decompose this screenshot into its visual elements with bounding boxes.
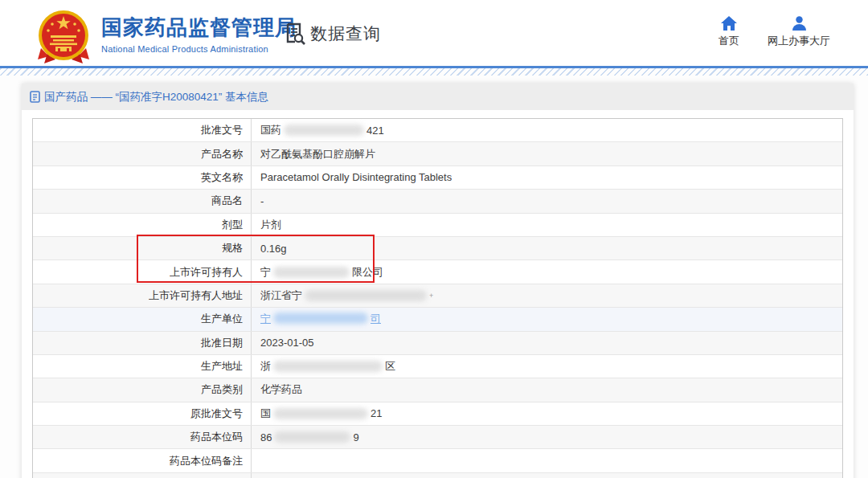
- value-text: +: [429, 292, 433, 300]
- field-label: 规格: [33, 237, 252, 259]
- nav-online-service-hall[interactable]: 网上办事大厅: [762, 16, 836, 48]
- field-label: [33, 473, 252, 478]
- site-header: 国家药品监督管理局 National Medical Products Admi…: [0, 0, 868, 66]
- table-row: 上市许可持有人地址浙江省宁+: [33, 284, 842, 308]
- nav-hall-label: 网上办事大厅: [768, 34, 830, 48]
- field-value: 国药421: [252, 119, 842, 141]
- table-row: 生产单位宁司: [33, 308, 842, 331]
- field-label: 药品本位码: [33, 426, 252, 448]
- org-name-cn: 国家药品监督管理局: [101, 14, 297, 42]
- nav-home-label: 首页: [719, 34, 739, 48]
- info-table: 批准文号国药421产品名称对乙酰氨基酚口腔崩解片英文名称Paracetamol …: [32, 118, 843, 478]
- field-label: 批准日期: [33, 332, 252, 354]
- redaction-blur: [305, 290, 427, 301]
- field-label: 英文名称: [33, 166, 252, 189]
- table-row: 规格0.16g: [33, 237, 842, 260]
- table-row: 剂型片剂: [33, 214, 842, 237]
- field-value: 国21: [252, 402, 842, 425]
- table-row: 原批准文号国21: [33, 402, 842, 426]
- panel-titlebar: 国产药品 —— “国药准字H20080421” 基本信息: [22, 84, 854, 110]
- table-row: 生产地址浙区: [33, 355, 842, 378]
- value-text: 浙: [260, 359, 271, 374]
- field-label: 上市许可持有人: [33, 260, 252, 283]
- table-row: 产品名称对乙酰氨基酚口腔崩解片: [33, 142, 842, 165]
- header-hatch-stripe: [0, 68, 868, 76]
- data-query-tab[interactable]: 数据查询: [285, 22, 381, 45]
- manufacturer-link[interactable]: 宁司: [260, 312, 381, 326]
- value-text: 区: [385, 359, 395, 374]
- nmpa-emblem-logo[interactable]: [36, 8, 91, 66]
- value-text: 对乙酰氨基酚口腔崩解片: [260, 147, 375, 161]
- field-label: 批准文号: [33, 119, 252, 141]
- value-text: 2023-01-05: [260, 337, 314, 349]
- redaction-blur: [273, 408, 368, 419]
- value-text: 21: [371, 407, 382, 419]
- field-value: 浙区: [252, 355, 842, 378]
- field-label: 产品类别: [33, 378, 252, 401]
- value-text: 421: [366, 125, 384, 137]
- value-text: 浙江省宁: [260, 288, 302, 303]
- field-label: 生产地址: [33, 355, 252, 378]
- field-value: 宁司: [252, 308, 842, 330]
- field-value: 浙江省宁+: [252, 284, 842, 307]
- table-row: 商品名-: [33, 190, 842, 213]
- value-text: 化学药品: [260, 382, 302, 397]
- field-value: [252, 473, 842, 478]
- table-row: 英文名称Paracetamol Orally Disintegrating Ta…: [33, 166, 842, 190]
- field-value: 化学药品: [252, 378, 842, 401]
- document-search-icon: [285, 22, 306, 45]
- data-query-label: 数据查询: [310, 22, 381, 45]
- redaction-blur: [273, 361, 383, 372]
- value-text: 宁: [260, 313, 271, 325]
- table-row: 药品本位码备注: [33, 449, 842, 472]
- redaction-blur: [273, 313, 368, 324]
- user-icon: [792, 16, 807, 31]
- table-row: 上市许可持有人宁限公司: [33, 260, 842, 284]
- value-text: 9: [353, 431, 358, 443]
- field-label: 上市许可持有人地址: [33, 284, 252, 307]
- home-icon: [721, 16, 737, 31]
- panel-title: 国产药品 —— “国药准字H20080421” 基本信息: [44, 90, 268, 104]
- value-text: 限公司: [352, 265, 383, 280]
- field-value: 869: [252, 426, 842, 448]
- field-value: 对乙酰氨基酚口腔崩解片: [252, 142, 842, 165]
- org-name-en: National Medical Products Administration: [101, 44, 297, 54]
- value-text: 国药: [260, 123, 281, 137]
- field-value: -: [252, 190, 842, 212]
- field-label: 商品名: [33, 190, 252, 212]
- nav-home[interactable]: 首页: [705, 16, 753, 48]
- value-text: 司: [371, 313, 381, 325]
- field-value: 宁限公司: [252, 260, 842, 283]
- field-label: 剂型: [33, 214, 252, 236]
- field-value: [252, 449, 842, 472]
- field-value: 2023-01-05: [252, 332, 842, 354]
- field-label: 生产单位: [33, 308, 252, 330]
- field-value: Paracetamol Orally Disintegrating Tablet…: [252, 166, 842, 189]
- value-text: 片剂: [260, 218, 281, 232]
- document-icon: [30, 91, 40, 103]
- redaction-blur: [284, 125, 364, 136]
- value-text: 0.16g: [260, 243, 287, 255]
- field-value: 0.16g: [252, 237, 842, 259]
- value-text: -: [260, 195, 264, 207]
- redaction-blur: [273, 267, 350, 278]
- table-row: 批准日期2023-01-05: [33, 332, 842, 355]
- redaction-blur: [274, 431, 350, 443]
- table-row: 批准文号国药421: [33, 119, 842, 142]
- table-row: [33, 473, 842, 478]
- value-text: 国: [260, 407, 271, 421]
- table-row: 药品本位码869: [33, 426, 842, 449]
- field-label: 药品本位码备注: [33, 449, 252, 472]
- field-value: 片剂: [252, 214, 842, 236]
- field-label: 原批准文号: [33, 402, 252, 425]
- table-row: 产品类别化学药品: [33, 378, 842, 402]
- content-card: 国产药品 —— “国药准字H20080421” 基本信息 批准文号国药421产品…: [22, 84, 854, 478]
- value-text: 宁: [260, 265, 271, 280]
- org-title-block[interactable]: 国家药品监督管理局 National Medical Products Admi…: [101, 14, 297, 54]
- value-text: 86: [260, 431, 272, 443]
- value-text: Paracetamol Orally Disintegrating Tablet…: [260, 171, 452, 183]
- field-label: 产品名称: [33, 142, 252, 165]
